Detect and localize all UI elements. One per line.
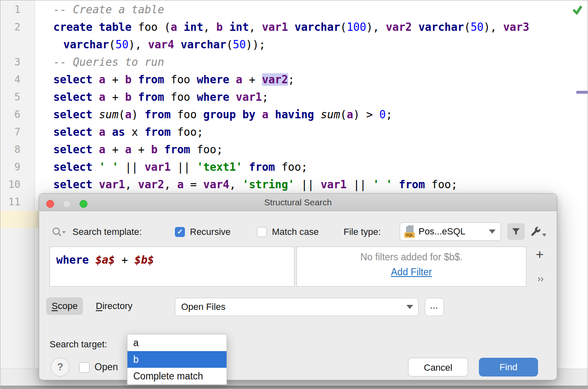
line-number: 7 [0,123,20,141]
filter-panel: No filters added for $b$. Add Filter [296,247,526,287]
scope-tab-scope[interactable]: Scope [46,297,83,315]
code-line[interactable]: select a + b from foo where a + var2; [53,71,294,88]
wrench-icon [530,226,541,238]
help-button[interactable]: ? [51,358,70,377]
filter-button[interactable] [507,223,525,240]
open-label: Open [95,358,118,377]
search-template-label: Search template: [72,223,142,241]
dropdown-option[interactable]: Complete match [127,368,227,384]
tools-menu-button[interactable] [530,224,548,240]
code-line[interactable]: select var1, var2, a = var4, 'string' ||… [53,176,458,193]
match-case-label[interactable]: Match case [272,223,319,241]
file-type-combobox[interactable]: SQL Pos...eSQL [400,222,501,241]
code-line[interactable]: select a + b from foo where var1; [53,88,269,106]
code-line[interactable]: select a as x from foo; [53,123,203,141]
code-line[interactable]: -- Queries to run [53,53,164,71]
file-type-label: File type: [344,223,381,241]
dialog-titlebar[interactable]: Structural Search [39,194,557,211]
search-history-icon[interactable] [52,227,67,240]
recursive-checkbox[interactable]: ✓ [175,227,185,237]
code-line[interactable]: create table foo (a int, b int, var1 var… [53,18,529,36]
chevron-down-icon [489,229,496,234]
line-number: 4 [0,71,20,88]
window-bottom-edge [0,386,588,389]
dialog-title: Structural Search [39,194,557,211]
code-line[interactable]: -- Create a table [53,1,164,18]
cancel-button[interactable]: Cancel [408,358,468,377]
line-number: 3 [0,53,20,71]
sql-file-icon: SQL [404,225,415,238]
expand-filters-button[interactable]: ›› [535,274,546,285]
line-number: 5 [0,88,20,106]
code-line[interactable]: varchar(50), var4 varchar(50)); [63,36,265,53]
funnel-icon [511,227,521,237]
line-number: 2 [0,18,20,36]
search-target-label: Search target: [50,335,107,354]
recursive-label[interactable]: Recursive [190,223,231,241]
open-in-new-tab-checkbox[interactable] [79,362,90,373]
editor-gutter: 123456789101112 [0,0,35,386]
search-target-dropdown[interactable]: abComplete match [127,334,227,385]
error-stripe-highlight-marker[interactable] [576,91,588,94]
line-number: 11 [0,193,20,211]
line-number: 1 [0,1,20,18]
scope-tab-directory[interactable]: Directory [96,297,132,315]
code-line[interactable]: select sum(a) from foo group by a having… [53,106,392,123]
dropdown-option[interactable]: a [127,334,227,351]
scope-combobox[interactable]: Open Files [175,298,419,316]
code-line[interactable]: select a + a + b from foo; [53,141,223,158]
match-case-checkbox[interactable] [257,227,267,237]
scope-value: Open Files [181,302,225,312]
dropdown-option[interactable]: b [127,351,227,368]
find-button[interactable]: Find [479,358,538,377]
caret-line-highlight [0,211,39,228]
search-template-editor[interactable]: where $a$ + $b$ [50,247,294,287]
add-filter-link[interactable]: Add Filter [391,267,432,278]
file-type-value: Pos...eSQL [419,226,466,237]
chevron-down-icon [406,305,413,309]
inspections-check-icon [572,5,583,16]
chevron-down-icon [542,234,546,237]
browse-scopes-button[interactable]: ... [425,298,444,316]
structural-search-dialog: Structural Search Search template: ✓ Rec… [39,193,557,380]
add-filter-button[interactable]: + [533,248,546,262]
ide-window: 123456789101112 -- Create a tablecreate … [0,0,588,389]
line-number: 9 [0,158,20,176]
no-filters-text: No filters added for $b$. [297,252,526,263]
code-line[interactable]: select ' ' || var1 || 'text1' from foo; [53,158,308,176]
line-number: 10 [0,176,20,193]
line-number: 6 [0,106,20,123]
line-number: 8 [0,141,20,158]
